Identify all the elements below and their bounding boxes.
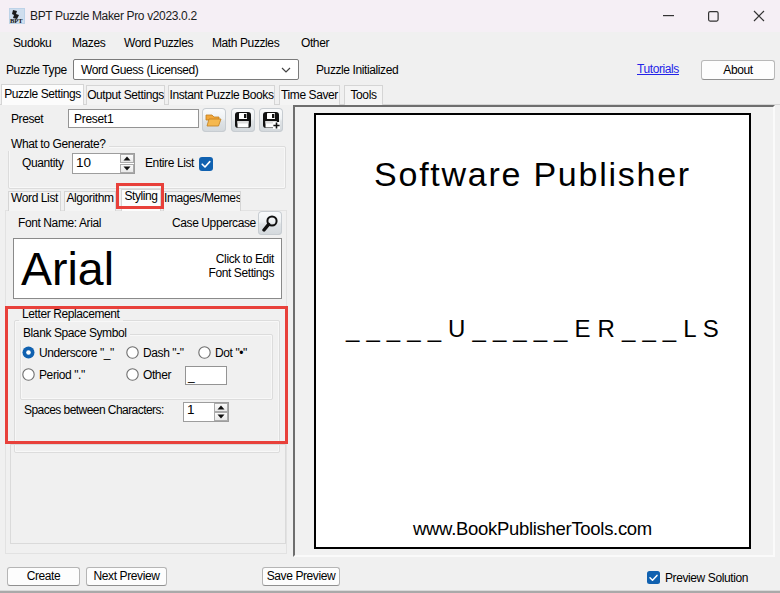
svg-text:BPT: BPT	[10, 17, 23, 24]
